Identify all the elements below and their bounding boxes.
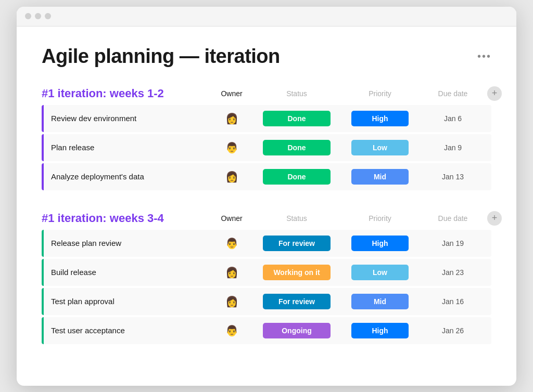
- task-name: Review dev environment: [42, 114, 208, 123]
- priority-badge[interactable]: High: [351, 236, 409, 251]
- status-cell[interactable]: Done: [255, 111, 338, 126]
- due-date: Jan 16: [422, 297, 484, 306]
- col-owner-2: Owner: [208, 214, 255, 223]
- table-row[interactable]: Build release 👩 Working on it Low Jan 23: [42, 259, 491, 286]
- priority-badge[interactable]: Mid: [351, 169, 409, 185]
- status-badge[interactable]: For review: [263, 236, 331, 251]
- status-cell[interactable]: Working on it: [255, 265, 338, 280]
- owner-cell: 👨: [208, 138, 255, 157]
- priority-cell[interactable]: Mid: [338, 294, 422, 309]
- owner-cell: 👨: [208, 234, 255, 253]
- due-date: Jan 19: [422, 239, 484, 247]
- avatar: 👨: [222, 321, 241, 340]
- more-options-button[interactable]: •••: [477, 50, 491, 62]
- status-badge[interactable]: Working on it: [263, 265, 331, 280]
- task-name: Plan release: [42, 143, 208, 152]
- priority-cell[interactable]: Mid: [338, 169, 422, 185]
- traffic-lights: [25, 13, 51, 19]
- section-1: #1 iteration: weeks 1-2 Owner Status Pri…: [42, 86, 491, 190]
- avatar: 👨: [222, 234, 241, 253]
- status-cell[interactable]: Done: [255, 169, 338, 185]
- owner-cell: 👩: [208, 167, 255, 186]
- task-name: Build release: [42, 268, 208, 277]
- status-cell[interactable]: For review: [255, 236, 338, 251]
- avatar: 👩: [222, 167, 241, 186]
- due-date: Jan 9: [422, 143, 484, 152]
- priority-cell[interactable]: High: [338, 236, 422, 251]
- main-content: Agile planning — iteration ••• #1 iterat…: [17, 27, 516, 386]
- owner-cell: 👨: [208, 321, 255, 340]
- maximize-light: [45, 13, 51, 19]
- col-status-2: Status: [255, 214, 338, 223]
- priority-cell[interactable]: Low: [338, 140, 422, 155]
- col-duedate-2: Due date: [422, 214, 484, 223]
- task-name: Test user acceptance: [42, 326, 208, 335]
- due-date: Jan 26: [422, 326, 484, 335]
- col-status-1: Status: [255, 89, 338, 98]
- status-badge[interactable]: Done: [263, 140, 331, 155]
- avatar: 👩: [222, 263, 241, 282]
- owner-cell: 👩: [208, 263, 255, 282]
- minimize-light: [35, 13, 41, 19]
- status-badge[interactable]: Done: [263, 111, 331, 126]
- status-cell[interactable]: Ongoing: [255, 323, 338, 338]
- priority-cell[interactable]: High: [338, 323, 422, 338]
- task-name: Analyze deployment's data: [42, 172, 208, 181]
- priority-cell[interactable]: High: [338, 111, 422, 126]
- section-title-1: #1 iteration: weeks 1-2: [42, 87, 208, 100]
- priority-cell[interactable]: Low: [338, 265, 422, 280]
- page-header: Agile planning — iteration •••: [42, 45, 491, 68]
- col-duedate-1: Due date: [422, 89, 484, 98]
- col-priority-1: Priority: [338, 89, 422, 98]
- col-owner-1: Owner: [208, 89, 255, 98]
- priority-badge[interactable]: Low: [351, 140, 409, 155]
- priority-badge[interactable]: Mid: [351, 294, 409, 309]
- avatar: 👩: [222, 109, 241, 128]
- status-badge[interactable]: Ongoing: [263, 323, 331, 338]
- priority-badge[interactable]: Low: [351, 265, 409, 280]
- table-row[interactable]: Release plan review 👨 For review High Ja…: [42, 230, 491, 257]
- sections-container: #1 iteration: weeks 1-2 Owner Status Pri…: [42, 86, 491, 344]
- add-row-button-2[interactable]: +: [487, 211, 502, 226]
- status-cell[interactable]: Done: [255, 140, 338, 155]
- close-light: [25, 13, 31, 19]
- priority-badge[interactable]: High: [351, 111, 409, 126]
- due-date: Jan 23: [422, 268, 484, 277]
- priority-badge[interactable]: High: [351, 323, 409, 338]
- due-date: Jan 6: [422, 114, 484, 123]
- table-row[interactable]: Review dev environment 👩 Done High Jan 6: [42, 105, 491, 132]
- col-priority-2: Priority: [338, 214, 422, 223]
- owner-cell: 👩: [208, 109, 255, 128]
- add-row-button-1[interactable]: +: [487, 86, 502, 101]
- status-cell[interactable]: For review: [255, 294, 338, 309]
- section-header-2: #1 iteration: weeks 3-4 Owner Status Pri…: [42, 211, 491, 226]
- page-title: Agile planning — iteration: [42, 45, 280, 68]
- status-badge[interactable]: For review: [263, 294, 331, 309]
- table-row[interactable]: Plan release 👨 Done Low Jan 9: [42, 134, 491, 161]
- table-row[interactable]: Analyze deployment's data 👩 Done Mid Jan…: [42, 163, 491, 190]
- due-date: Jan 13: [422, 173, 484, 181]
- table-row[interactable]: Test user acceptance 👨 Ongoing High Jan …: [42, 317, 491, 344]
- task-name: Release plan review: [42, 239, 208, 247]
- app-window: Agile planning — iteration ••• #1 iterat…: [17, 7, 516, 386]
- status-badge[interactable]: Done: [263, 169, 331, 185]
- owner-cell: 👩: [208, 292, 255, 311]
- avatar: 👩: [222, 292, 241, 311]
- section-header-1: #1 iteration: weeks 1-2 Owner Status Pri…: [42, 86, 491, 101]
- task-name: Test plan approval: [42, 297, 208, 306]
- avatar: 👨: [222, 138, 241, 157]
- table-row[interactable]: Test plan approval 👩 For review Mid Jan …: [42, 288, 491, 315]
- section-title-2: #1 iteration: weeks 3-4: [42, 212, 208, 225]
- titlebar: [17, 7, 516, 27]
- section-2: #1 iteration: weeks 3-4 Owner Status Pri…: [42, 211, 491, 344]
